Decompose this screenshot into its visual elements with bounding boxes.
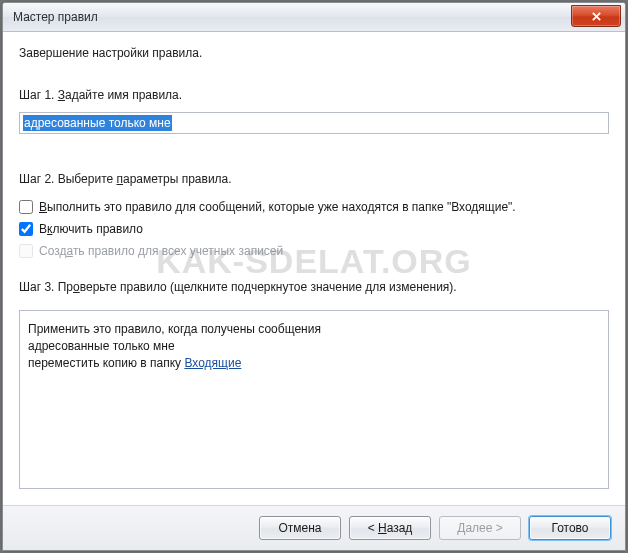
window-title: Мастер правил bbox=[13, 10, 98, 24]
finish-button[interactable]: Готово bbox=[529, 516, 611, 540]
checkbox-all-accounts-box bbox=[19, 244, 33, 258]
review-line: переместить копию в папку Входящие bbox=[28, 355, 600, 372]
close-icon bbox=[591, 11, 602, 22]
checkbox-enable-rule-box[interactable] bbox=[19, 222, 33, 236]
titlebar: Мастер правил bbox=[3, 3, 625, 32]
next-button: Далее > bbox=[439, 516, 521, 540]
rule-name-input[interactable]: адресованные только мне bbox=[19, 112, 609, 134]
checkbox-run-now-box[interactable] bbox=[19, 200, 33, 214]
checkbox-all-accounts: Создать правило для всех учетных записей bbox=[19, 244, 609, 258]
back-button[interactable]: < Назад bbox=[349, 516, 431, 540]
dialog-heading: Завершение настройки правила. bbox=[19, 46, 609, 60]
dialog-body: Завершение настройки правила. Шаг 1. Зад… bbox=[3, 32, 625, 505]
step1-label: Шаг 1. Задайте имя правила. bbox=[19, 88, 609, 102]
dialog-window: Мастер правил Завершение настройки прави… bbox=[2, 2, 626, 551]
rule-review-box[interactable]: Применить это правило, когда получены со… bbox=[19, 310, 609, 489]
checkbox-run-now[interactable]: Выполнить это правило для сообщений, кот… bbox=[19, 200, 609, 214]
dialog-footer: Отмена < Назад Далее > Готово bbox=[3, 505, 625, 550]
checkbox-enable-rule[interactable]: Включить правило bbox=[19, 222, 609, 236]
cancel-button[interactable]: Отмена bbox=[259, 516, 341, 540]
close-button[interactable] bbox=[571, 5, 621, 27]
step3-label: Шаг 3. Проверьте правило (щелкните подче… bbox=[19, 280, 609, 294]
review-line: Применить это правило, когда получены со… bbox=[28, 321, 600, 338]
review-line: адресованные только мне bbox=[28, 338, 600, 355]
rule-name-value: адресованные только мне bbox=[23, 115, 172, 131]
folder-link[interactable]: Входящие bbox=[184, 356, 241, 370]
step2-label: Шаг 2. Выберите параметры правила. bbox=[19, 172, 609, 186]
